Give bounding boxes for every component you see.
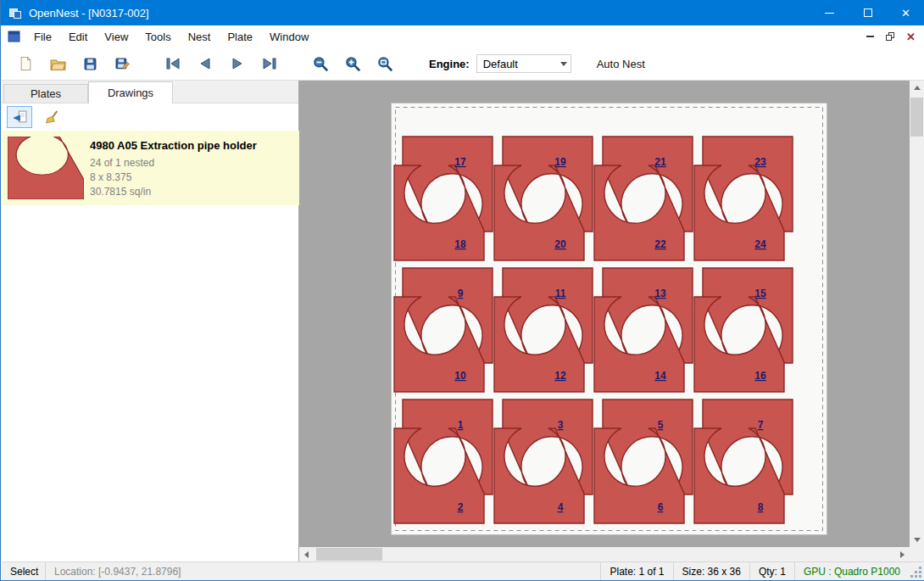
vertical-scrollbar[interactable]	[910, 81, 924, 547]
horizontal-scroll-thumb[interactable]	[316, 548, 382, 561]
mdi-minimize-icon[interactable]	[866, 36, 874, 37]
status-qty: Qty: 1	[749, 562, 794, 580]
part-number: 24	[754, 238, 766, 250]
open-button[interactable]	[44, 50, 71, 77]
menu-file[interactable]: File	[25, 27, 60, 47]
part-number: 18	[454, 238, 466, 250]
scroll-up-icon[interactable]	[910, 81, 924, 95]
drawing-list-item[interactable]: 4980 A05 Extraction pipe holder 24 of 1 …	[2, 131, 299, 205]
plate[interactable]: 171819202122232491011121314151612345678	[391, 103, 827, 535]
menu-nest[interactable]: Nest	[180, 27, 220, 47]
mdi-close-icon[interactable]: ✕	[906, 31, 916, 42]
menu-edit[interactable]: Edit	[60, 27, 96, 47]
status-plate: Plate: 1 of 1	[600, 562, 672, 580]
menu-tools[interactable]: Tools	[136, 27, 179, 47]
broom-icon	[45, 110, 59, 124]
zoom-in-button[interactable]	[339, 50, 366, 77]
clean-button[interactable]	[39, 106, 64, 128]
auto-nest-button[interactable]: Auto Nest	[590, 54, 652, 74]
menu-bar: FileEditViewToolsNestPlateWindow ✕	[2, 25, 924, 47]
close-button[interactable]: ✕	[887, 0, 924, 25]
drawing-title: 4980 A05 Extraction pipe holder	[90, 139, 257, 152]
scrollbar-corner	[910, 547, 924, 561]
part-number: 19	[554, 156, 566, 168]
drawings-toolbar	[2, 103, 298, 131]
nav-previous-button[interactable]	[192, 50, 219, 77]
status-location: Location: [-0.9437, 21.8796]	[46, 562, 189, 580]
save-button[interactable]	[76, 50, 103, 77]
menu-plate[interactable]: Plate	[219, 27, 261, 47]
drawing-size: 8 x 8.375	[90, 170, 257, 185]
tab-plates[interactable]: Plates	[3, 84, 88, 103]
new-document-button[interactable]	[12, 50, 39, 77]
nav-next-icon	[229, 57, 246, 70]
part-number: 12	[554, 370, 566, 382]
engine-label: Engine:	[429, 58, 470, 70]
part-number: 23	[754, 156, 766, 168]
nav-last-icon	[261, 57, 278, 70]
nav-previous-icon	[197, 57, 214, 70]
part-number: 1	[458, 419, 464, 431]
open-folder-icon	[50, 57, 66, 71]
maximize-button[interactable]	[849, 0, 887, 25]
part-number: 8	[758, 501, 764, 513]
part-number: 2	[458, 501, 464, 513]
zoom-in-icon	[345, 56, 360, 71]
minimize-icon	[825, 13, 834, 14]
nav-first-button[interactable]	[159, 50, 186, 77]
side-panel: Plates Drawings	[2, 81, 299, 561]
part-number: 14	[654, 370, 666, 382]
horizontal-scrollbar[interactable]	[299, 547, 910, 561]
zoom-out-button[interactable]	[307, 50, 334, 77]
mdi-child-icon	[8, 31, 20, 42]
status-bar: Select Location: [-0.9437, 21.8796] Plat…	[2, 561, 924, 580]
drawing-nested-count: 24 of 1 nested	[90, 156, 257, 170]
nav-last-button[interactable]	[256, 50, 283, 77]
part-number: 15	[754, 288, 766, 299]
part-number: 3	[558, 419, 564, 431]
menu-window[interactable]: Window	[261, 27, 317, 47]
part-number: 16	[754, 370, 766, 382]
resize-grip[interactable]	[910, 567, 921, 578]
close-icon: ✕	[901, 8, 910, 19]
part-number: 22	[654, 238, 666, 250]
nav-first-icon	[164, 57, 181, 70]
part-number: 6	[658, 501, 664, 513]
mdi-restore-icon[interactable]	[886, 32, 894, 41]
status-mode: Select	[2, 562, 46, 580]
report-button[interactable]	[7, 106, 32, 128]
main-toolbar: Engine: Default Auto Nest	[2, 47, 924, 81]
zoom-fit-icon	[377, 56, 392, 71]
tab-drawings[interactable]: Drawings	[88, 81, 173, 103]
save-as-button[interactable]	[109, 50, 136, 77]
part-number: 13	[654, 288, 666, 299]
drawing-info: 4980 A05 Extraction pipe holder 24 of 1 …	[90, 131, 257, 205]
part-number: 17	[454, 156, 466, 168]
zoom-out-icon	[313, 56, 328, 71]
menu-items: FileEditViewToolsNestPlateWindow	[25, 27, 317, 47]
report-back-icon	[13, 110, 27, 124]
scroll-left-icon[interactable]	[299, 547, 314, 561]
scroll-right-icon[interactable]	[895, 547, 910, 561]
nav-next-button[interactable]	[224, 50, 251, 77]
scroll-down-icon[interactable]	[910, 533, 924, 547]
engine-value: Default	[477, 58, 518, 70]
menu-view[interactable]: View	[96, 27, 136, 47]
save-as-icon	[115, 57, 130, 71]
panel-tabs: Plates Drawings	[2, 81, 298, 103]
app-window: OpenNest - [N0317-002] ✕ FileEditViewToo…	[0, 0, 924, 581]
app-icon	[8, 6, 22, 20]
chevron-down-icon	[560, 62, 567, 66]
minimize-button[interactable]	[810, 0, 849, 25]
part-number: 9	[458, 288, 464, 299]
part-number: 20	[554, 238, 566, 250]
vertical-scroll-thumb[interactable]	[910, 98, 923, 137]
maximize-icon	[864, 8, 872, 17]
title-bar[interactable]: OpenNest - [N0317-002] ✕	[1, 0, 924, 25]
part-number: 11	[555, 288, 566, 299]
zoom-fit-button[interactable]	[371, 50, 398, 77]
engine-select[interactable]: Default	[476, 54, 571, 73]
status-size: Size: 36 x 36	[673, 562, 749, 580]
nest-canvas[interactable]: 171819202122232491011121314151612345678	[299, 81, 910, 547]
part-number: 4	[558, 501, 564, 513]
